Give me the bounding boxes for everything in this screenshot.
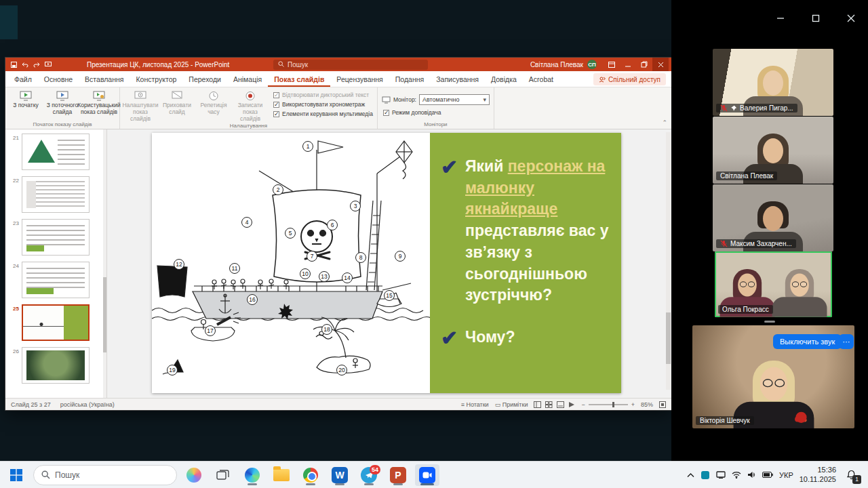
- taskbar-search[interactable]: [33, 465, 177, 485]
- comments-toggle[interactable]: ▭ Примітки: [495, 401, 528, 408]
- setup-icon: [134, 91, 146, 101]
- file-explorer-button[interactable]: [269, 464, 294, 486]
- video-tile[interactable]: Валерия Пигар...: [713, 49, 833, 116]
- video-tile[interactable]: Ольга Покрасс: [715, 251, 832, 317]
- share-button[interactable]: Спільний доступ: [593, 73, 666, 85]
- participant-name-label: Ольга Покрасс: [718, 305, 773, 314]
- zoom-slider[interactable]: [589, 404, 628, 405]
- undo-icon[interactable]: [22, 62, 28, 68]
- setup-slideshow-button[interactable]: Налаштувати показ слайдів: [123, 89, 158, 122]
- checkbox-media-controls[interactable]: Елементи керування мультимедіа: [273, 110, 373, 117]
- from-current-slide-button[interactable]: З поточного слайда: [45, 89, 80, 116]
- tab-Записування[interactable]: Записування: [430, 71, 485, 87]
- maximize-icon[interactable]: [807, 11, 825, 26]
- hidden-icons-chevron[interactable]: [687, 472, 694, 478]
- save-icon[interactable]: [11, 62, 17, 68]
- record-slideshow-button[interactable]: Записати показ слайдів: [233, 89, 268, 122]
- slideshow-view-icon[interactable]: [568, 401, 575, 408]
- copilot-button[interactable]: [182, 464, 206, 486]
- zoom-button[interactable]: [415, 464, 439, 486]
- svg-text:17: 17: [207, 327, 214, 334]
- more-options-button[interactable]: ⋯: [839, 334, 854, 349]
- normal-view-icon[interactable]: [534, 401, 541, 408]
- task-view-button[interactable]: [211, 464, 235, 486]
- close-icon[interactable]: [842, 11, 860, 26]
- tab-Анімація[interactable]: Анімація: [227, 71, 268, 87]
- tab-Рецензування[interactable]: Рецензування: [330, 71, 389, 87]
- minimize-icon[interactable]: [620, 58, 636, 71]
- slide-thumbnail-23[interactable]: 23: [9, 219, 101, 256]
- notes-toggle[interactable]: ≡ Нотатки: [461, 401, 489, 408]
- zoom-tray-icon[interactable]: [701, 470, 710, 480]
- svg-text:13: 13: [321, 273, 328, 280]
- battery-icon[interactable]: [762, 472, 773, 478]
- tab-Переходи[interactable]: Переходи: [182, 71, 227, 87]
- clock[interactable]: 15:36 10.11.2025: [800, 466, 836, 485]
- monitor-dropdown[interactable]: Автоматично: [419, 94, 490, 105]
- slide-thumbnail-22[interactable]: 22: [9, 176, 101, 213]
- start-button[interactable]: [4, 464, 28, 486]
- restore-icon[interactable]: [636, 58, 652, 71]
- tab-Показ слайдів[interactable]: Показ слайдів: [268, 71, 330, 87]
- office-search-box[interactable]: Пошук: [273, 60, 428, 70]
- powerpoint-button[interactable]: P: [386, 464, 410, 486]
- participant-name-label: Валерия Пигар...: [716, 104, 797, 113]
- share-icon: [599, 76, 606, 83]
- canvas-scrollbar[interactable]: [666, 132, 671, 390]
- checkbox-timings[interactable]: Використовувати хронометраж: [273, 101, 373, 108]
- custom-show-button[interactable]: Користувацький показ слайдів: [81, 89, 117, 116]
- zoom-percentage[interactable]: 85%: [641, 401, 653, 408]
- play-monitor-icon: [20, 91, 32, 101]
- notification-center-button[interactable]: 1: [842, 466, 860, 485]
- from-beginning-button[interactable]: З початку: [8, 89, 43, 109]
- hide-slide-button[interactable]: Приховати слайд: [159, 89, 195, 116]
- slide-thumbnail-26[interactable]: 26: [9, 347, 101, 384]
- tab-Довідка[interactable]: Довідка: [485, 71, 523, 87]
- reading-view-icon[interactable]: [557, 401, 564, 408]
- chrome-button[interactable]: [298, 464, 323, 486]
- zoom-out-icon[interactable]: −: [581, 401, 585, 408]
- slide-thumbnail-25[interactable]: 25: [9, 304, 101, 341]
- language-indicator[interactable]: УКР: [779, 471, 793, 479]
- edge-button[interactable]: [240, 464, 264, 486]
- svg-text:9: 9: [399, 253, 402, 260]
- wifi-icon[interactable]: [732, 471, 741, 479]
- account-area[interactable]: Світлана Плевак СП: [530, 60, 597, 69]
- thumbnail-scrollbar[interactable]: [103, 129, 106, 398]
- current-slide[interactable]: 1234567891011121314151617181920 ✔Який пе…: [152, 133, 621, 393]
- minimize-icon[interactable]: [772, 11, 789, 26]
- mute-participant-button[interactable]: Выключить звук: [773, 334, 842, 349]
- svg-text:20: 20: [338, 367, 345, 373]
- word-button[interactable]: W: [328, 464, 352, 486]
- present-icon[interactable]: [45, 62, 52, 68]
- display-tray-icon[interactable]: [716, 471, 726, 479]
- slide-thumbnail-21[interactable]: 21: [9, 134, 101, 170]
- tab-Файл[interactable]: Файл: [8, 71, 38, 87]
- telegram-button[interactable]: 54: [357, 464, 381, 486]
- checkbox-presenter-view[interactable]: Режим доповідача: [383, 109, 441, 116]
- tab-Acrobat[interactable]: Acrobat: [523, 71, 559, 87]
- slide-canvas: 1234567891011121314151617181920 ✔Який пе…: [107, 129, 671, 398]
- tab-Вставлання[interactable]: Вставлання: [79, 71, 130, 87]
- video-tile[interactable]: Максим Захарчен...: [713, 184, 833, 251]
- close-icon[interactable]: [652, 58, 669, 71]
- redo-icon[interactable]: [33, 62, 40, 68]
- fit-slide-icon[interactable]: [659, 401, 666, 408]
- ribbon-tabs: ФайлОсновнеВставланняКонструкторПереходи…: [5, 71, 671, 87]
- panel-resize-handle[interactable]: [764, 321, 775, 323]
- rehearse-timings-button[interactable]: Репетиція часу: [196, 89, 231, 116]
- search-input[interactable]: [55, 470, 157, 480]
- video-tile[interactable]: Світлана Плевак: [713, 117, 833, 184]
- slide-sorter-icon[interactable]: [545, 401, 553, 408]
- tab-Конструктор[interactable]: Конструктор: [130, 71, 182, 87]
- language-indicator[interactable]: російська (Україна): [60, 401, 115, 408]
- tab-Основне[interactable]: Основне: [38, 71, 79, 87]
- collapse-ribbon-icon[interactable]: ⌃: [662, 119, 667, 126]
- taskbar: W 54 P УКР 15:36 10.11.2025 1: [0, 461, 868, 488]
- zoom-in-icon[interactable]: +: [631, 401, 635, 408]
- tab-Подання[interactable]: Подання: [389, 71, 430, 87]
- checkbox-narration[interactable]: Відтворювати дикторський текст: [273, 92, 373, 98]
- volume-icon[interactable]: [747, 471, 756, 479]
- slide-thumbnail-24[interactable]: 24: [9, 262, 101, 298]
- ribbon-options-icon[interactable]: [604, 58, 620, 71]
